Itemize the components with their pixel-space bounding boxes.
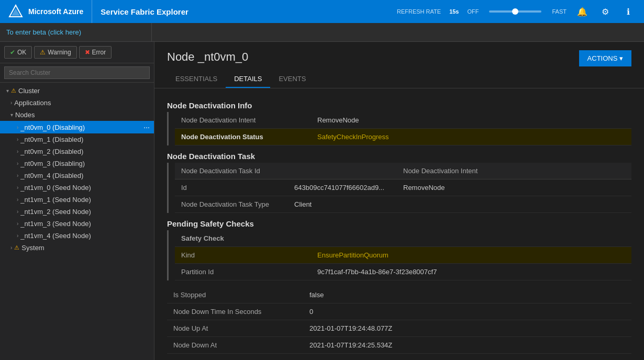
- is-stopped-row: Is Stopped false: [167, 287, 631, 303]
- tree-node-nt1vm1[interactable]: › _nt1vm_1 (Seed Node): [0, 194, 154, 206]
- refresh-rate: 15s: [449, 8, 459, 15]
- cluster-warn-icon: ⚠: [11, 87, 16, 94]
- intent-label: Node Deactivation Intent: [181, 116, 317, 124]
- error-icon: ✖: [85, 49, 90, 56]
- status-value: SafetyCheckInProgress: [317, 133, 389, 141]
- partition-value: 9c7f1caf-f7bb-4a1b-86e7-3f23e8007cf7: [317, 268, 437, 276]
- node-down-time-label: Node Down Time In Seconds: [173, 308, 309, 316]
- tree-node-nt1vm2[interactable]: › _nt1vm_2 (Seed Node): [0, 206, 154, 218]
- ok-icon: ✔: [10, 49, 15, 56]
- kind-label: Kind: [181, 251, 317, 259]
- section-heading-deactivation-task: Node Deactivation Task: [167, 152, 631, 161]
- chevron-right-icon: ›: [17, 233, 18, 239]
- gear-icon[interactable]: ⚙: [598, 4, 613, 19]
- node-down-time-value: 0: [309, 308, 313, 316]
- id-label: Id: [181, 184, 286, 192]
- section-heading-safety-checks: Pending Safety Checks: [167, 219, 631, 228]
- right-header: Node _nt0vm_0 ACTIONS ▾: [154, 42, 644, 66]
- status-bar: ✔ OK ⚠ Warning ✖ Error: [0, 42, 154, 63]
- info-icon[interactable]: ℹ: [621, 4, 636, 19]
- chevron-right-icon: ›: [17, 197, 18, 203]
- nav-right: REFRESH RATE 15s OFF FAST 🔔 ⚙ ℹ: [397, 4, 644, 19]
- beta-banner: To enter beta (click here): [0, 23, 644, 42]
- search-input[interactable]: [4, 66, 150, 79]
- bell-icon[interactable]: 🔔: [575, 4, 590, 19]
- partition-id-row: Partition Id 9c7f1caf-f7bb-4a1b-86e7-3f2…: [175, 264, 631, 280]
- actions-button[interactable]: ACTIONS ▾: [579, 50, 631, 66]
- tree-cluster[interactable]: ▾ ⚠ Cluster: [0, 85, 154, 97]
- safety-check-header-row: Safety Check: [175, 230, 631, 247]
- tree-node-nt0vm4[interactable]: › _nt0vm_4 (Disabled): [0, 170, 154, 182]
- partition-label: Partition Id: [181, 268, 317, 276]
- tree-node-nt0vm0[interactable]: › _nt0vm_0 (Disabling) ···: [0, 121, 154, 133]
- is-stopped-label: Is Stopped: [173, 291, 309, 299]
- cluster-label: Cluster: [18, 87, 150, 95]
- system-label: System: [21, 244, 150, 252]
- status-label: Node Deactivation Status: [181, 133, 317, 141]
- error-button[interactable]: ✖ Error: [79, 46, 112, 59]
- tab-essentials[interactable]: ESSENTIALS: [167, 71, 226, 88]
- chevron-right-icon: ›: [17, 185, 18, 190]
- azure-logo: [8, 4, 23, 19]
- node-label-3: _nt0vm_3 (Disabling): [20, 160, 150, 167]
- search-box: [0, 63, 154, 83]
- applications-label: Applications: [14, 99, 150, 107]
- title-name: _nt0vm_0: [195, 50, 249, 63]
- node-label-7: _nt1vm_2 (Seed Node): [20, 208, 150, 216]
- tree-node-nt0vm2[interactable]: › _nt0vm_2 (Disabled): [0, 145, 154, 158]
- tree-node-nt1vm4[interactable]: › _nt1vm_4 (Seed Node): [0, 230, 154, 242]
- node-down-at-value: 2021-01-07T19:24:25.534Z: [309, 341, 392, 349]
- warning-button[interactable]: ⚠ Warning: [34, 46, 76, 59]
- task-row-type: Node Deactivation Task Type Client: [175, 196, 631, 213]
- app-title: Service Fabric Explorer: [92, 7, 397, 16]
- system-warn-icon: ⚠: [14, 244, 19, 251]
- tree-applications[interactable]: › Applications: [0, 97, 154, 109]
- kind-value: EnsurePartitionQuorum: [317, 251, 388, 259]
- refresh-off: OFF: [467, 8, 479, 15]
- task-header-col1: Node Deactivation Task Id: [181, 167, 403, 175]
- tree-node-nt0vm3[interactable]: › _nt0vm_3 (Disabling): [0, 158, 154, 170]
- ok-button[interactable]: ✔ OK: [4, 46, 32, 59]
- task-id-label: Id 643b09cc741077f66602ad9...: [181, 184, 403, 192]
- deactivation-info-section: Node Deactivation Intent RemoveNode Node…: [167, 112, 631, 145]
- right-panel: Node _nt0vm_0 ACTIONS ▾ ESSENTIALS DETAI…: [154, 42, 644, 360]
- node-up-at-label: Node Up At: [173, 324, 309, 332]
- main-content: ✔ OK ⚠ Warning ✖ Error ▾ ⚠ Cluster: [0, 42, 644, 360]
- node-down-at-label: Node Down At: [173, 341, 309, 349]
- detail-row-intent: Node Deactivation Intent RemoveNode: [175, 112, 631, 129]
- svg-marker-1: [12, 8, 20, 16]
- page-title: Node _nt0vm_0: [167, 50, 248, 64]
- chevron-right-icon: ›: [17, 173, 18, 178]
- node-label-9: _nt1vm_4 (Seed Node): [20, 232, 150, 240]
- tab-bar: ESSENTIALS DETAILS EVENTS: [154, 71, 644, 88]
- task-id-intent: RemoveNode: [403, 184, 625, 192]
- id-value: 643b09cc741077f66602ad9...: [294, 184, 384, 192]
- tab-events[interactable]: EVENTS: [270, 71, 314, 88]
- azure-brand: Microsoft Azure: [0, 0, 92, 23]
- chevron-right-icon: ›: [17, 161, 18, 166]
- nodes-label: Nodes: [15, 111, 150, 119]
- tab-details[interactable]: DETAILS: [226, 71, 270, 88]
- tree-node-nt1vm0[interactable]: › _nt1vm_0 (Seed Node): [0, 182, 154, 194]
- node-menu-icon[interactable]: ···: [143, 123, 150, 131]
- tree-container: ▾ ⚠ Cluster › Applications ▾ Nodes › _nt…: [0, 83, 154, 360]
- node-label-8: _nt1vm_3 (Seed Node): [20, 220, 150, 228]
- chevron-right-icon: ›: [17, 149, 18, 154]
- tree-nodes[interactable]: ▾ Nodes: [0, 109, 154, 121]
- title-prefix: Node: [167, 50, 195, 63]
- refresh-fast: FAST: [552, 8, 567, 15]
- section-heading-deactivation-info: Node Deactivation Info: [167, 101, 631, 110]
- tree-node-nt0vm1[interactable]: › _nt0vm_1 (Disabled): [0, 133, 154, 145]
- node-label-1: _nt0vm_1 (Disabled): [20, 136, 150, 143]
- node-down-time-row: Node Down Time In Seconds 0: [167, 303, 631, 320]
- refresh-slider[interactable]: [489, 10, 541, 13]
- chevron-down-icon: ▾: [6, 88, 9, 94]
- tree-system[interactable]: › ⚠ System: [0, 242, 154, 254]
- node-label-2: _nt0vm_2 (Disabled): [20, 148, 150, 155]
- beta-link[interactable]: To enter beta (click here): [6, 28, 81, 36]
- node-down-at-row: Node Down At 2021-01-07T19:24:25.534Z: [167, 337, 631, 354]
- task-type-intent: [403, 200, 625, 208]
- tree-node-nt1vm3[interactable]: › _nt1vm_3 (Seed Node): [0, 218, 154, 230]
- safety-kind-row: Kind EnsurePartitionQuorum: [175, 247, 631, 264]
- task-type-label: Node Deactivation Task Type Client: [181, 200, 403, 208]
